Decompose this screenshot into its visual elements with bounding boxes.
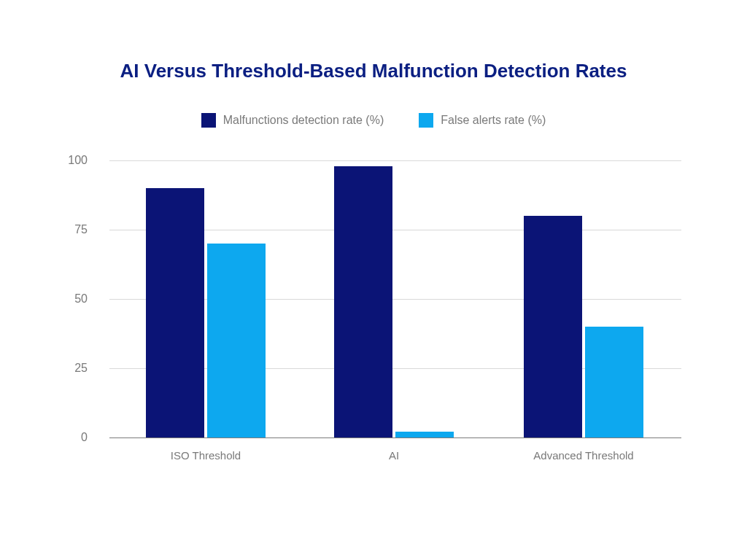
bar-ai-false bbox=[395, 432, 454, 438]
xtick-ai: AI bbox=[389, 449, 399, 462]
bar-advanced-detection bbox=[524, 216, 582, 438]
ytick-25: 25 bbox=[0, 362, 88, 375]
ytick-75: 75 bbox=[0, 223, 88, 236]
x-axis-line bbox=[109, 438, 681, 438]
xtick-advanced: Advanced Threshold bbox=[533, 449, 633, 462]
xtick-iso: ISO Threshold bbox=[171, 449, 241, 462]
legend: Malfunctions detection rate (%) False al… bbox=[0, 113, 747, 128]
legend-label-false-alerts: False alerts rate (%) bbox=[441, 114, 546, 127]
chart-title: AI Versus Threshold-Based Malfunction De… bbox=[0, 60, 747, 82]
legend-swatch-detection bbox=[201, 113, 216, 128]
ytick-100: 100 bbox=[0, 154, 88, 167]
bar-advanced-false bbox=[585, 327, 643, 438]
bar-iso-detection bbox=[146, 188, 204, 438]
legend-swatch-false-alerts bbox=[419, 113, 433, 128]
gridline-100 bbox=[109, 160, 681, 161]
bar-ai-detection bbox=[334, 166, 392, 438]
bar-iso-false bbox=[207, 244, 266, 438]
legend-item-false-alerts: False alerts rate (%) bbox=[419, 113, 546, 128]
legend-label-detection: Malfunctions detection rate (%) bbox=[223, 114, 384, 127]
ytick-50: 50 bbox=[0, 292, 88, 306]
chart-container: AI Versus Threshold-Based Malfunction De… bbox=[0, 0, 747, 560]
ytick-0: 0 bbox=[0, 431, 88, 444]
legend-item-detection: Malfunctions detection rate (%) bbox=[201, 113, 384, 128]
